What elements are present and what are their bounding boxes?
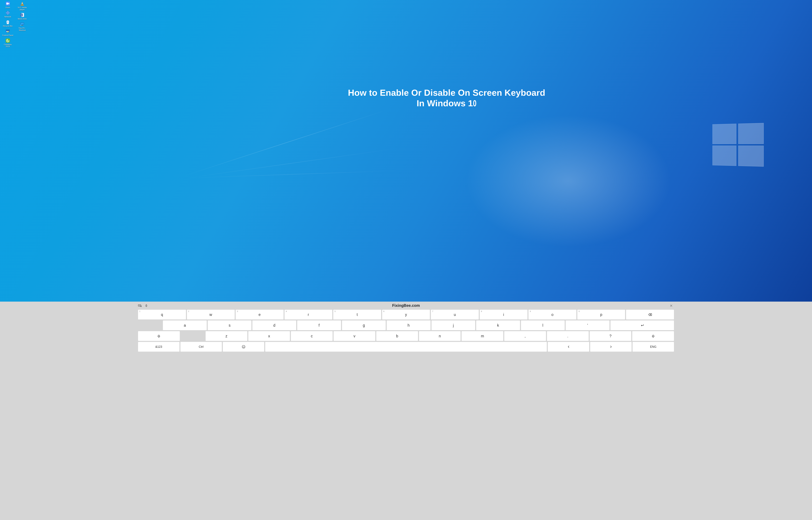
enter-icon — [640, 323, 644, 328]
svg-rect-19 — [22, 25, 23, 25]
light-ray — [187, 110, 388, 175]
key-comma[interactable]: , — [504, 331, 546, 341]
key-o[interactable]: 9o — [528, 310, 576, 319]
svg-rect-21 — [138, 305, 141, 306]
key-superscript: 7 — [432, 310, 433, 312]
key-enter[interactable] — [611, 320, 674, 330]
desktop-icon-label: Word 2016 — [18, 18, 27, 20]
key-language[interactable]: ENG — [633, 342, 674, 352]
key-v[interactable]: v — [334, 331, 375, 341]
key-p[interactable]: 0p — [577, 310, 625, 319]
key-h[interactable]: h — [387, 320, 430, 330]
svg-point-11 — [7, 40, 8, 41]
key-label: g — [363, 323, 365, 328]
desktop-icon-vlc[interactable]: VLC media player — [16, 1, 28, 11]
shift-icon — [651, 334, 655, 338]
key-q[interactable]: 1q — [138, 310, 186, 319]
key-label: o — [551, 312, 554, 317]
key-label: y — [405, 312, 407, 317]
desktop-icon-label: VLC media player — [16, 6, 28, 11]
key-space[interactable] — [265, 342, 547, 352]
key-question[interactable]: ? — [590, 331, 632, 341]
key-z[interactable]: z — [205, 331, 247, 341]
key-numsym[interactable]: &123 — [138, 342, 179, 352]
key-superscript: 1 — [139, 310, 140, 312]
key-s[interactable]: s — [208, 320, 252, 330]
key-label: s — [229, 323, 231, 328]
key-c[interactable]: c — [291, 331, 333, 341]
keyboard-grid: 1q2w3e4r5t6y7u8i9o0p asdfghjkl' zxcvbnm,… — [138, 310, 674, 352]
key-g[interactable]: g — [342, 320, 386, 330]
key-superscript: 0 — [579, 310, 580, 312]
key-shift-left[interactable] — [138, 331, 180, 341]
key-backspace[interactable] — [626, 310, 674, 319]
key-k[interactable]: k — [476, 320, 520, 330]
key-label: Ctrl — [199, 345, 204, 348]
desktop-icon-zoom[interactable]: Zoom — [2, 1, 14, 9]
svg-text:W: W — [21, 14, 22, 16]
key-label: , — [525, 334, 526, 338]
key-e[interactable]: 3e — [236, 310, 284, 319]
key-y[interactable]: 6y — [382, 310, 430, 319]
key-label: u — [454, 312, 456, 317]
key-period[interactable]: . — [547, 331, 589, 341]
key-i[interactable]: 8i — [480, 310, 528, 319]
headline-overlay: How to Enable Or Disable On Screen Keybo… — [114, 87, 780, 108]
close-keyboard-button[interactable] — [668, 304, 674, 308]
desktop-wallpaper: ZoomNetworkRecycle BinControl PanelCamta… — [0, 0, 812, 302]
key-label: ' — [587, 323, 588, 328]
key-emoji[interactable] — [223, 342, 264, 352]
key-ctrl[interactable]: Ctrl — [180, 342, 222, 352]
key-n[interactable]: n — [419, 331, 461, 341]
desktop-icon-network[interactable]: Network — [2, 10, 14, 18]
desktop-icon-recycle[interactable]: Recycle Bin — [2, 20, 14, 27]
key-superscript: 6 — [384, 310, 384, 312]
key-label: j — [453, 323, 454, 328]
keyboard-settings-icon[interactable] — [138, 304, 142, 308]
desktop-icon-word[interactable]: WWord 2016 — [16, 12, 28, 20]
desktop-icon-camtasia[interactable]: Camtasia 2019 — [2, 38, 14, 48]
windows-logo-silhouette — [712, 123, 764, 166]
key-superscript: 3 — [237, 310, 238, 312]
desktop-icon-thispc[interactable]: This PC - Shortcut — [16, 22, 28, 31]
key-w[interactable]: 2w — [187, 310, 235, 319]
key-apostrophe[interactable]: ' — [566, 320, 610, 330]
svg-point-8 — [7, 31, 8, 32]
key-label: b — [396, 334, 398, 338]
key-label: a — [184, 323, 186, 328]
key-superscript: 8 — [481, 310, 482, 312]
key-a[interactable]: a — [163, 320, 207, 330]
desktop-icon-cpl[interactable]: Control Panel — [2, 29, 14, 36]
key-label: r — [308, 312, 309, 317]
key-superscript: 9 — [530, 310, 531, 312]
brand-watermark: FixingBee.com — [138, 303, 674, 308]
key-f[interactable]: f — [297, 320, 341, 330]
key-m[interactable]: m — [461, 331, 503, 341]
light-ray — [187, 171, 398, 178]
key-r[interactable]: 4r — [284, 310, 332, 319]
key-shift-right[interactable] — [632, 331, 674, 341]
key-label: ENG — [650, 345, 656, 348]
key-right[interactable] — [590, 342, 632, 352]
key-label: m — [481, 334, 484, 338]
keyboard-topbar: FixingBee.com — [138, 303, 674, 308]
network-icon — [5, 10, 10, 16]
svg-point-36 — [243, 346, 243, 347]
key-j[interactable]: j — [431, 320, 475, 330]
key-d[interactable]: d — [252, 320, 296, 330]
key-label: i — [503, 312, 504, 317]
key-label: q — [161, 312, 163, 317]
key-superscript: 4 — [286, 310, 287, 312]
backspace-icon — [648, 312, 652, 317]
microphone-icon[interactable] — [144, 304, 148, 308]
key-x[interactable]: x — [248, 331, 290, 341]
key-left[interactable] — [548, 342, 589, 352]
key-label: t — [357, 312, 358, 317]
key-label: v — [354, 334, 356, 338]
svg-point-37 — [244, 346, 244, 347]
key-t[interactable]: 5t — [333, 310, 381, 319]
key-b[interactable]: b — [376, 331, 418, 341]
key-u[interactable]: 7u — [431, 310, 479, 319]
key-l[interactable]: l — [521, 320, 565, 330]
key-label: &123 — [155, 345, 162, 348]
